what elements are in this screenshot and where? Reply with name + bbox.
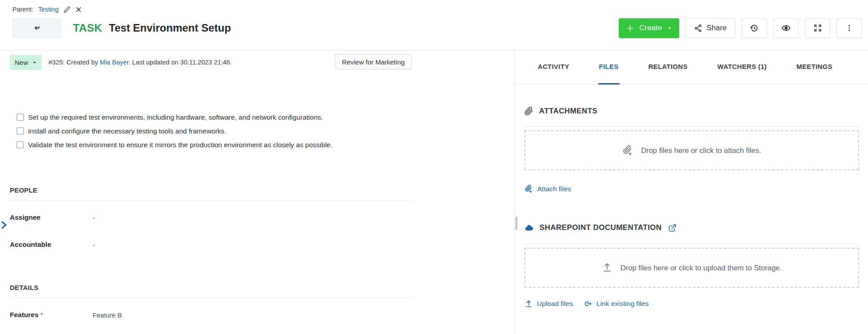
eye-icon [781,23,791,33]
work-package-detail-panel: New #325: Created by Mia Bayer. Last upd… [0,50,515,334]
files-side-panel: ACTIVITY FILES RELATIONS WATCHERS (1) ME… [515,50,868,334]
add-link-icon [584,299,592,308]
create-button[interactable]: Create [619,18,679,38]
main-split-view: New #325: Created by Mia Bayer. Last upd… [0,50,868,334]
parent-link[interactable]: Testing [38,6,59,13]
create-button-label: Create [639,24,662,32]
paperclip-icon [524,107,533,116]
share-icon [694,24,702,32]
checklist-item: Validate the test environment to ensure … [16,138,514,152]
tab-meetings[interactable]: MEETINGS [795,50,833,85]
author-link[interactable]: Mia Bayer [100,59,128,66]
meta-suffix: . Last updated on 30.11.2023 21:48. [129,59,232,66]
assignee-row: Assignee - [10,206,412,229]
kebab-menu-icon [845,24,853,32]
parent-label: Parent: [12,6,33,13]
sharepoint-heading: SHAREPOINT DOCUMENTATION [539,223,661,232]
expand-panel-chevron-icon[interactable] [0,220,8,230]
attachments-heading: ATTACHMENTS [539,107,597,116]
edit-parent-pencil-icon[interactable] [64,6,70,13]
meta-prefix: #325: Created by [49,59,100,66]
checkbox-unchecked[interactable] [16,113,24,121]
checklist-item: Install and configure the necessary test… [16,124,514,138]
upload-files-label: Upload files [537,300,573,308]
share-button-label: Share [706,24,726,32]
section-divider [524,244,859,244]
details-section: DETAILS Features* Feature B [10,284,412,326]
page-title[interactable]: Test Environment Setup [109,22,231,34]
remove-parent-close-icon[interactable] [75,6,82,13]
watch-button[interactable] [773,18,799,38]
storage-dropzone[interactable]: Drop files here or click to upload them … [524,248,859,288]
required-marker: * [41,311,43,318]
plus-icon [626,24,634,32]
work-package-page: Parent: Testing TASK Test Environment Se… [0,0,868,334]
status-caret-icon [32,60,37,65]
storage-actions: Upload files Link existing files [524,299,859,308]
top-toolbar: Parent: Testing TASK Test Environment Se… [0,0,868,50]
checklist-item: Set up the required test environments, i… [16,110,514,124]
link-existing-files-label: Link existing files [596,300,649,308]
detail-tabs: ACTIVITY FILES RELATIONS WATCHERS (1) ME… [515,50,868,85]
link-existing-files-link[interactable]: Link existing files [584,299,649,308]
files-tab-content: ATTACHMENTS Drop files here or click to … [515,85,868,308]
attach-files-label: Attach files [537,185,571,193]
features-value[interactable]: Feature B [93,311,122,319]
attachments-dropzone[interactable]: Drop files here or click to attach files… [524,130,859,170]
checklist-item-label: Validate the test environment to ensure … [28,141,333,149]
tab-files[interactable]: FILES [598,50,620,85]
review-for-marketing-button[interactable]: Review for Marketing [335,54,412,69]
attach-paperclip-icon [524,185,533,193]
cloud-storage-icon [524,223,534,233]
back-arrow-icon [32,23,42,33]
assignee-label: Assignee [10,213,93,221]
attachments-dropzone-text: Drop files here or click to attach files… [641,146,761,155]
history-clock-icon [750,24,759,33]
status-label: New [15,59,28,66]
section-divider [524,126,859,127]
people-section: PEOPLE Assignee - Accountable - [10,186,412,256]
section-divider [10,200,412,201]
share-button[interactable]: Share [685,18,735,38]
assignee-value[interactable]: - [93,214,95,221]
checklist-item-label: Set up the required test environments, i… [28,113,323,121]
activity-history-button[interactable] [742,18,767,38]
accountable-row: Accountable - [10,233,412,256]
tab-watchers[interactable]: WATCHERS (1) [717,50,768,85]
creation-meta: #325: Created by Mia Bayer. Last updated… [49,59,232,66]
work-package-type[interactable]: TASK [73,22,102,34]
parent-breadcrumb: Parent: Testing [0,0,868,13]
fullscreen-expand-icon [813,24,822,32]
work-package-header: TASK Test Environment Setup Create Share [0,18,868,38]
section-divider [10,298,412,298]
checkbox-unchecked[interactable] [16,127,24,135]
upload-icon [602,262,612,273]
more-menu-button[interactable] [836,18,862,38]
panel-resize-handle[interactable] [515,217,517,230]
accountable-label: Accountable [10,241,93,249]
attach-files-link[interactable]: Attach files [524,185,571,193]
features-label: Features* [10,311,93,319]
chevron-down-icon [667,25,672,31]
external-link-icon[interactable] [668,224,677,232]
people-heading: PEOPLE [10,186,412,194]
description-checklist: Set up the required test environments, i… [16,110,514,152]
upload-files-link[interactable]: Upload files [524,300,573,308]
checklist-item-label: Install and configure the necessary test… [28,127,226,135]
upload-icon [524,300,533,308]
status-row: New #325: Created by Mia Bayer. Last upd… [10,54,412,70]
features-row: Features* Feature B [10,303,412,326]
attachments-header: ATTACHMENTS [524,106,859,117]
sharepoint-header: SHAREPOINT DOCUMENTATION [524,222,859,233]
attach-paperclip-icon [622,145,633,156]
status-dropdown[interactable]: New [10,55,42,70]
fullscreen-button[interactable] [805,18,830,38]
checkbox-unchecked[interactable] [16,141,24,149]
back-button[interactable] [12,18,61,38]
tab-relations[interactable]: RELATIONS [647,50,688,85]
accountable-value[interactable]: - [93,241,95,249]
storage-dropzone-text: Drop files here or click to upload them … [621,264,782,272]
details-heading: DETAILS [10,284,412,292]
tab-activity[interactable]: ACTIVITY [537,50,570,85]
